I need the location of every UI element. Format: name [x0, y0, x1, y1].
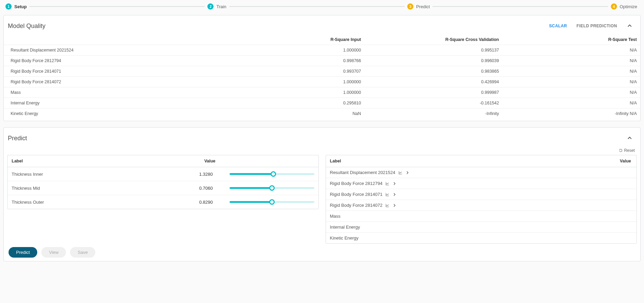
chart-icon [385, 192, 390, 197]
step-connector [29, 6, 205, 7]
inputs-col-value: Value [200, 155, 231, 167]
outputs-col-value: Value [480, 155, 636, 167]
chevron-right-icon [406, 171, 410, 175]
input-row: Thickness Mid0.7060 [8, 181, 318, 195]
table-row: Rigid Body Force 28127940.9987660.996039… [4, 56, 640, 66]
mq-cell-rsq-test: N/A [502, 87, 640, 98]
model-quality-panel: Model Quality SCALAR FIELD PREDICTION R-… [3, 15, 641, 121]
predict-panel: Predict Reset Label [3, 127, 641, 261]
tab-scalar[interactable]: SCALAR [544, 21, 572, 30]
input-label: Thickness Mid [12, 186, 199, 191]
predict-inputs-table: Label Value Thickness Inner1.3280Thickne… [7, 155, 319, 209]
input-label: Thickness Outer [12, 200, 199, 205]
save-button[interactable]: Save [70, 247, 95, 258]
output-row: Mass [326, 211, 637, 222]
step-label: Train [216, 4, 226, 9]
step-setup[interactable]: 1Setup [5, 3, 27, 10]
mq-cell-rsq-test: -Infinity N/A [502, 109, 640, 119]
mq-cell-rsq-input: 1.000000 [227, 87, 365, 98]
mq-cell-name: Mass [4, 87, 227, 98]
step-optimize[interactable]: 4Optimize [611, 3, 637, 10]
table-row: Resultant Displacement 20215241.0000000.… [4, 45, 640, 56]
mq-cell-rsq-input: 0.998766 [227, 56, 365, 66]
mq-cell-rsq-input: 0.295810 [227, 98, 365, 109]
tab-field-prediction[interactable]: FIELD PREDICTION [572, 21, 622, 30]
view-button[interactable]: View [41, 247, 66, 258]
mq-cell-rsq-input: 1.000000 [227, 45, 365, 56]
input-value: 0.8290 [199, 200, 230, 205]
chevron-right-icon [393, 182, 397, 186]
mq-cell-rsq-test: N/A [502, 98, 640, 109]
mq-cell-name: Internal Energy [4, 98, 227, 109]
model-quality-table: R-Square Input R-Square Cross Validation… [4, 34, 640, 119]
input-row: Thickness Inner1.3280 [8, 167, 318, 181]
step-label: Predict [416, 4, 430, 9]
predict-outputs-table: Label Value Resultant Displacement 20215… [326, 155, 637, 244]
output-row[interactable]: Resultant Displacement 2021524 [326, 167, 637, 178]
chevron-up-icon [627, 135, 632, 141]
output-row[interactable]: Rigid Body Force 2812794 [326, 178, 637, 189]
collapse-model-quality[interactable] [625, 21, 635, 31]
input-slider[interactable] [230, 199, 314, 205]
output-label: Kinetic Energy [330, 235, 359, 241]
table-row: Kinetic EnergyNaN-Infinity-Infinity N/A [4, 109, 640, 119]
output-row: Kinetic Energy [326, 233, 637, 243]
mq-col-rsq-cv: R-Square Cross Validation [365, 34, 503, 45]
step-circle: 2 [207, 3, 214, 10]
step-circle: 4 [611, 3, 617, 10]
mq-cell-rsq-cv: 0.999987 [365, 87, 503, 98]
mq-cell-name: Rigid Body Force 2814072 [4, 77, 227, 87]
output-row[interactable]: Rigid Body Force 2814071 [326, 189, 637, 200]
output-row[interactable]: Rigid Body Force 2814072 [326, 200, 637, 211]
step-train[interactable]: 2Train [207, 3, 226, 10]
output-label: Internal Energy [330, 225, 360, 230]
stepper: 1Setup2Train3Predict4Optimize [3, 1, 641, 12]
model-quality-title: Model Quality [8, 23, 45, 30]
output-label: Rigid Body Force 2814072 [330, 203, 383, 208]
mq-cell-rsq-test: N/A [502, 77, 640, 87]
output-label: Rigid Body Force 2812794 [330, 181, 383, 186]
chart-icon [385, 181, 390, 186]
chart-icon [398, 170, 403, 175]
mq-cell-rsq-cv: -0.161542 [365, 98, 503, 109]
mq-cell-rsq-cv: 0.426994 [365, 77, 503, 87]
step-connector [229, 6, 405, 7]
mq-cell-name: Rigid Body Force 2814071 [4, 66, 227, 77]
mq-cell-rsq-test: N/A [502, 56, 640, 66]
input-value: 0.7060 [199, 186, 230, 191]
mq-cell-name: Rigid Body Force 2812794 [4, 56, 227, 66]
input-slider[interactable] [230, 171, 314, 177]
mq-cell-rsq-cv: 0.995137 [365, 45, 503, 56]
table-row: Mass1.0000000.999987N/A [4, 87, 640, 98]
step-circle: 1 [5, 3, 12, 10]
mq-cell-rsq-input: 1.000000 [227, 77, 365, 87]
mq-cell-rsq-test: N/A [502, 45, 640, 56]
chevron-right-icon [393, 192, 397, 197]
mq-cell-rsq-cv: -Infinity [365, 109, 503, 119]
table-row: Rigid Body Force 28140710.9937070.983865… [4, 66, 640, 77]
mq-col-rsq-test: R-Square Test [502, 34, 640, 45]
predict-button[interactable]: Predict [9, 247, 37, 258]
input-slider[interactable] [230, 185, 314, 191]
output-label: Rigid Body Force 2814071 [330, 192, 383, 197]
outputs-col-label: Label [326, 155, 481, 167]
mq-col-rsq-input: R-Square Input [227, 34, 365, 45]
mq-cell-rsq-cv: 0.983865 [365, 66, 503, 77]
slider-thumb[interactable] [269, 185, 275, 191]
input-value: 1.3280 [199, 172, 230, 177]
table-row: Rigid Body Force 28140721.0000000.426994… [4, 77, 640, 87]
step-predict[interactable]: 3Predict [407, 3, 430, 10]
reset-icon[interactable]: Reset [619, 148, 635, 153]
slider-thumb[interactable] [269, 199, 275, 205]
slider-thumb[interactable] [271, 171, 276, 177]
mq-cell-rsq-input: 0.993707 [227, 66, 365, 77]
chevron-up-icon [627, 23, 632, 29]
collapse-predict[interactable] [625, 133, 635, 143]
mq-cell-rsq-cv: 0.996039 [365, 56, 503, 66]
inputs-col-label: Label [8, 155, 200, 167]
mq-cell-rsq-test: N/A [502, 66, 640, 77]
reset-label: Reset [624, 148, 635, 153]
mq-cell-name: Resultant Displacement 2021524 [4, 45, 227, 56]
table-row: Internal Energy0.295810-0.161542N/A [4, 98, 640, 109]
chevron-right-icon [393, 203, 397, 207]
